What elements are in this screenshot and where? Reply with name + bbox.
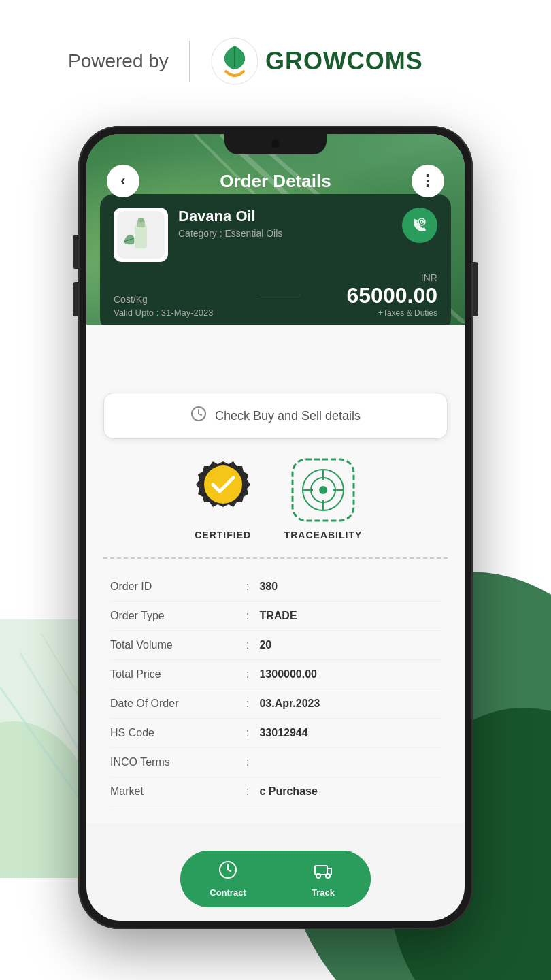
phone-screen: ‹ Order Details ⋮: [86, 134, 465, 921]
header-divider: [189, 41, 190, 82]
table-row: Total Price : 1300000.00: [110, 660, 441, 689]
badges-row: CERTIFIED: [103, 456, 448, 540]
svg-point-31: [326, 874, 330, 878]
colon: :: [246, 698, 249, 710]
check-btn-icon: [190, 406, 207, 426]
logo-text: GROWCOMS: [265, 47, 423, 76]
order-id-label: Order ID: [110, 581, 246, 593]
order-id-value: 380: [259, 581, 278, 593]
screen-title: Order Details: [220, 171, 331, 192]
svg-point-17: [418, 218, 425, 225]
category-label: Category :: [178, 228, 222, 239]
total-price-value: 1300000.00: [259, 668, 317, 681]
order-details-list: Order ID : 380 Order Type : TRADE Total …: [103, 569, 448, 810]
svg-point-19: [204, 466, 242, 504]
phone-mockup: ‹ Order Details ⋮: [78, 126, 473, 929]
product-name: Davana Oil: [178, 208, 392, 225]
colon: :: [246, 727, 249, 739]
contract-icon: [218, 860, 237, 884]
track-label: Track: [312, 887, 335, 898]
svg-point-16: [420, 220, 423, 223]
colon: :: [246, 610, 249, 622]
certified-label: CERTIFIED: [195, 529, 251, 540]
table-row: INCO Terms :: [110, 748, 441, 777]
certified-badge-item[interactable]: CERTIFIED: [189, 456, 257, 540]
traceability-badge: [289, 456, 357, 524]
more-button[interactable]: ⋮: [412, 165, 444, 197]
hs-code-label: HS Code: [110, 727, 246, 739]
product-category: Category : Essential Oils: [178, 228, 392, 239]
colon: :: [246, 581, 249, 593]
certified-badge: [189, 456, 257, 524]
product-image: [114, 208, 168, 262]
call-button[interactable]: [402, 208, 437, 243]
table-row: Total Volume : 20: [110, 631, 441, 660]
svg-rect-12: [135, 225, 147, 248]
price-area: INR 65000.00 +Taxes & Duties: [347, 272, 437, 318]
svg-rect-29: [315, 866, 327, 875]
date-of-order-label: Date Of Order: [110, 698, 246, 710]
inco-terms-label: INCO Terms: [110, 756, 246, 768]
cost-label: Cost/Kg: [114, 294, 213, 305]
cost-info: Cost/Kg Valid Upto : 31-May-2023: [114, 294, 213, 318]
colon: :: [246, 639, 249, 651]
traceability-label: TRACEABILITY: [284, 529, 363, 540]
product-card: Davana Oil Category : Essential Oils: [100, 194, 451, 325]
colon: :: [246, 668, 249, 681]
section-divider: [103, 557, 448, 559]
table-row: Order ID : 380: [110, 572, 441, 602]
svg-point-30: [316, 874, 320, 878]
back-icon: ‹: [120, 172, 125, 190]
powered-by-text: Powered by: [68, 50, 169, 72]
track-icon: [314, 860, 333, 884]
table-row: Date Of Order : 03.Apr.2023: [110, 689, 441, 719]
notch: [224, 134, 327, 154]
total-volume-value: 20: [259, 639, 271, 651]
contract-label: Contract: [210, 887, 246, 898]
currency-label: INR: [347, 272, 437, 283]
nav-contract[interactable]: Contract: [180, 851, 276, 907]
more-icon: ⋮: [420, 172, 435, 190]
total-volume-label: Total Volume: [110, 639, 246, 651]
check-btn-label: Check Buy and Sell details: [215, 409, 361, 423]
table-row: HS Code : 33012944: [110, 719, 441, 748]
order-type-value: TRADE: [259, 610, 297, 622]
colon: :: [246, 756, 249, 768]
svg-point-23: [319, 486, 327, 494]
market-label: Market: [110, 785, 246, 798]
logo-icon: [211, 37, 258, 85]
tax-label: +Taxes & Duties: [347, 308, 437, 318]
price-value: 65000.00: [347, 283, 437, 308]
screen-header: ‹ Order Details ⋮: [86, 134, 465, 325]
back-button[interactable]: ‹: [107, 165, 139, 197]
phone-outer: ‹ Order Details ⋮: [78, 126, 473, 929]
check-buy-sell-button[interactable]: Check Buy and Sell details: [103, 393, 448, 439]
table-row: Order Type : TRADE: [110, 602, 441, 631]
colon: :: [246, 785, 249, 798]
valid-upto: Valid Upto : 31-May-2023: [114, 308, 213, 318]
market-value: c Purchase: [259, 785, 317, 798]
order-type-label: Order Type: [110, 610, 246, 622]
price-divider: [259, 295, 300, 295]
traceability-badge-item[interactable]: TRACEABILITY: [284, 456, 363, 540]
header: Powered by GROWCOMS: [0, 0, 551, 105]
hs-code-value: 33012944: [259, 727, 307, 739]
category-value: Essential Oils: [224, 228, 282, 239]
table-row: Market : c Purchase: [110, 777, 441, 806]
nav-track[interactable]: Track: [276, 851, 371, 907]
svg-rect-14: [138, 218, 144, 222]
date-of-order-value: 03.Apr.2023: [259, 698, 320, 710]
total-price-label: Total Price: [110, 668, 246, 681]
logo-area: GROWCOMS: [211, 37, 423, 85]
bottom-nav: Contract Track: [180, 851, 371, 907]
screen-title-bar: ‹ Order Details ⋮: [86, 165, 465, 197]
product-info: Davana Oil Category : Essential Oils: [178, 208, 392, 239]
screen-content: Check Buy and Sell details: [86, 325, 465, 823]
